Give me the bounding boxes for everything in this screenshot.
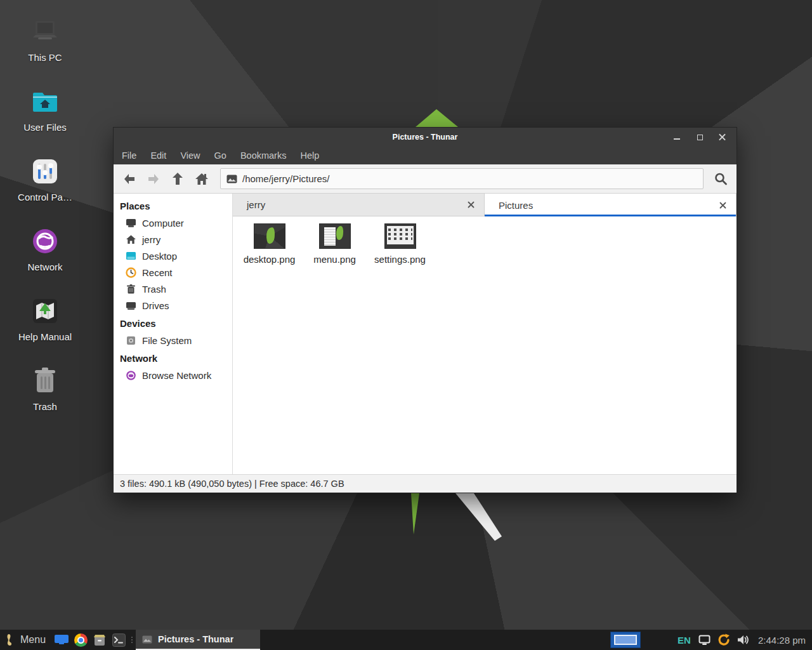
up-arrow-icon [171,172,184,186]
menu-help[interactable]: Help [293,147,326,164]
folder-home-icon [29,86,61,117]
drive-icon [126,300,136,311]
desktop-icon-network[interactable]: Network [10,218,80,288]
desktop-icon-help-manual[interactable]: Help Manual [10,288,80,358]
sidebar-item-computer[interactable]: Computer [114,215,232,231]
tab-jerry[interactable]: jerry [233,194,485,216]
desktop-icon-label: User Files [23,122,67,133]
menu-edit[interactable]: Edit [143,147,173,164]
sidebar-item-label: Trash [142,284,166,295]
tab-close-icon[interactable] [465,199,476,211]
trash-icon [126,284,136,295]
status-bar: 3 files: 490.1 kB (490,050 bytes) | Free… [114,474,737,493]
window-title: Pictures - Thunar [114,133,737,142]
window-titlebar[interactable]: Pictures - Thunar [114,128,737,147]
desktop-icon-label: Help Manual [18,331,72,342]
file-name: menu.png [313,254,356,265]
home-icon [195,172,209,186]
desktop-icon-this-pc[interactable]: This PC [10,9,80,79]
file-system-drive-icon [126,335,136,346]
minimize-button[interactable] [673,133,681,141]
sidebar-section-devices: Devices [114,314,232,332]
file-name: desktop.png [244,254,296,265]
sidebar-item-label: Computer [142,218,184,229]
desktop-icon-user-files[interactable]: User Files [10,79,80,149]
forward-button[interactable] [141,168,166,190]
desktop-icon-label: Network [27,262,62,272]
toolbar: /home/jerry/Pictures/ [114,164,737,194]
taskbar: Menu Pictures - Thunar EN 2:44:28 pm [0,630,812,650]
tab-label: jerry [247,199,265,210]
sidebar-item-drives[interactable]: Drives [114,297,232,314]
status-text: 3 files: 490.1 kB (490,050 bytes) | Free… [120,479,344,489]
sidebar-item-file-system[interactable]: File System [114,332,232,348]
sidebar-section-network: Network [114,348,232,367]
desktop-icon-list: This PC User Files Control Pa… Network H… [10,9,80,428]
file-menu-png[interactable]: menu.png [302,223,367,265]
show-desktop-icon[interactable] [52,630,71,650]
path-bar[interactable]: /home/jerry/Pictures/ [220,168,704,189]
taskbar-window-button[interactable]: Pictures - Thunar [136,630,260,650]
clock[interactable]: 2:44:28 pm [758,635,806,646]
sidebar-item-label: jerry [142,234,160,245]
menu-bookmarks[interactable]: Bookmarks [233,147,294,164]
up-button[interactable] [166,168,190,190]
trash-icon [29,366,61,396]
display-tray-icon[interactable] [697,632,712,647]
home-icon [126,234,136,245]
file-list-view[interactable]: desktop.png menu.png [233,216,737,474]
menu-bar: File Edit View Go Bookmarks Help [114,147,737,164]
computer-icon [29,17,61,47]
sidebar-item-label: Desktop [142,251,177,262]
home-button[interactable] [190,168,214,190]
panel-handle[interactable] [129,630,134,650]
taskbar-window-label: Pictures - Thunar [158,634,233,644]
search-button[interactable] [710,168,731,190]
file-desktop-png[interactable]: desktop.png [237,223,302,265]
sidebar-item-jerry[interactable]: jerry [114,231,232,248]
chrome-icon[interactable] [71,630,90,650]
active-workspace[interactable] [614,635,637,645]
desktop-icon-label: This PC [28,52,62,63]
desktop-icon-control-panel[interactable]: Control Pa… [10,149,80,218]
tab-pictures[interactable]: Pictures [485,194,737,216]
desktop-icon-label: Trash [33,401,57,412]
sidebar-item-label: File System [142,335,192,346]
menu-view[interactable]: View [173,147,207,164]
maximize-button[interactable] [696,133,704,141]
computer-icon [126,218,136,229]
file-settings-png[interactable]: settings.png [367,223,433,265]
sidebar-item-recent[interactable]: Recent [114,264,232,281]
keyboard-layout-indicator[interactable]: EN [678,635,691,646]
tab-close-icon[interactable] [717,199,728,211]
tab-label: Pictures [499,200,533,211]
terminal-icon[interactable] [109,630,128,650]
search-icon [714,172,728,186]
close-button[interactable] [719,133,726,141]
file-manager-icon[interactable] [90,630,109,650]
window-task-icon [142,635,152,644]
update-manager-icon[interactable] [716,632,731,647]
menu-button[interactable]: Menu [0,630,52,650]
workspace-switcher[interactable] [610,632,641,648]
menu-button-label: Menu [20,634,46,646]
settings-png-thumbnail [385,224,416,248]
system-tray: EN 2:44:28 pm [610,632,812,648]
help-manual-icon [29,296,61,326]
menu-file[interactable]: File [115,147,143,164]
image-icon [226,175,237,183]
sidebar-item-browse-network[interactable]: Browse Network [114,367,232,383]
sidebar-section-places: Places [114,196,232,215]
path-text: /home/jerry/Pictures/ [242,173,330,184]
desktop-png-thumbnail [254,224,285,248]
control-panel-icon [29,156,61,187]
back-button[interactable] [117,168,141,190]
menu-go[interactable]: Go [207,147,233,164]
sidebar-item-desktop[interactable]: Desktop [114,248,232,264]
desktop-icon-trash[interactable]: Trash [10,358,80,428]
desktop-icon [126,251,136,262]
volume-icon[interactable] [735,632,750,647]
file-name: settings.png [374,254,426,265]
sidebar-item-trash[interactable]: Trash [114,281,232,297]
recent-clock-icon [126,267,136,278]
